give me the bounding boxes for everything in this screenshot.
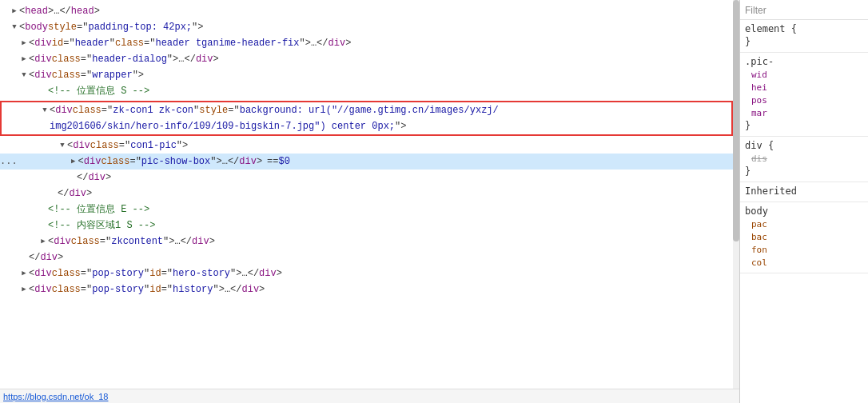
- style-prop-pos: pos: [745, 94, 863, 107]
- style-section-inherit: Inherited: [740, 182, 868, 202]
- dom-line-con1-pic[interactable]: <div class="con1-pic">: [0, 138, 739, 154]
- style-header-element: element {: [745, 23, 863, 34]
- dom-line-comment-e: <!-- 位置信息 E -->: [0, 202, 739, 217]
- dom-panel: <head>…</head> <body style="padding-top:…: [0, 0, 740, 403]
- triangle-pop-story-history[interactable]: [19, 282, 29, 297]
- style-section-body: body pac bac fon col: [740, 202, 868, 273]
- style-prop-fon: fon: [745, 244, 863, 257]
- dom-line-pic-show-box[interactable]: ... <div class="pic-show-box">…</div> ==…: [0, 154, 739, 170]
- triangle-zk-con1[interactable]: [40, 103, 50, 118]
- style-header-body: body: [745, 205, 863, 217]
- scrollbar-thumb[interactable]: [733, 0, 739, 241]
- style-prop-bac: bac: [745, 231, 863, 244]
- style-header-div: div {: [745, 140, 863, 151]
- triangle-zkcontent[interactable]: [38, 234, 48, 249]
- style-header-pic: .pic-: [745, 56, 863, 67]
- dom-line-zk-con1-cont: img201606/skin/hero-info/109/109-bigskin…: [2, 118, 731, 134]
- status-url[interactable]: https://blog.csdn.net/ok_18: [3, 392, 108, 401]
- dom-line-close-div: </div>: [0, 186, 739, 202]
- triangle-pop-story-hero[interactable]: [19, 266, 29, 281]
- triangle-header-dialog[interactable]: [19, 52, 29, 66]
- styles-panel: Filter element { } .pic- wid hei pos mar…: [740, 0, 868, 403]
- dom-line-pop-story-hero[interactable]: <div class="pop-story" id="hero-story">……: [0, 265, 739, 281]
- dom-line-head[interactable]: <head>…</head>: [0, 3, 739, 19]
- style-close-element: }: [745, 36, 863, 47]
- dom-line-comment-s: <!-- 位置信息 S -->: [0, 83, 739, 99]
- style-prop-wid: wid: [745, 69, 863, 82]
- style-section-pic: .pic- wid hei pos mar }: [740, 53, 868, 137]
- style-prop-hei: hei: [745, 82, 863, 94]
- dom-line-close-wrapper: </div>: [0, 249, 739, 265]
- filter-bar: Filter: [740, 3, 868, 20]
- style-prop-col: col: [745, 257, 863, 269]
- dom-line-pop-story-history[interactable]: <div class="pop-story" id="history">…</d…: [0, 281, 739, 297]
- style-close-pic: }: [745, 120, 863, 131]
- filter-label: Filter: [745, 5, 766, 16]
- dom-line-wrapper[interactable]: <div class="wrapper">: [0, 67, 739, 83]
- style-header-inherit: Inherited: [745, 186, 863, 197]
- dom-line-div-header[interactable]: <div id="header" class="header tganime-h…: [0, 35, 739, 51]
- triangle-pic-show-box[interactable]: [69, 154, 78, 169]
- dom-line-zk-con1[interactable]: <div class="zk-con1 zk-con" style="backg…: [2, 102, 731, 118]
- style-prop-dis: dis: [745, 153, 863, 166]
- triangle-head[interactable]: [10, 4, 19, 18]
- dom-line-close-con1-pic: </div>: [0, 170, 739, 186]
- triangle-wrapper[interactable]: [19, 68, 29, 82]
- dom-line-header-dialog[interactable]: <div class="header-dialog">…</div>: [0, 51, 739, 67]
- scrollbar[interactable]: [733, 0, 739, 403]
- triangle-body[interactable]: [10, 20, 19, 34]
- style-section-div: div { dis }: [740, 137, 868, 182]
- triangle-header[interactable]: [19, 36, 29, 50]
- highlighted-zk-con1: <div class="zk-con1 zk-con" style="backg…: [0, 101, 733, 136]
- style-prop-pac: pac: [745, 218, 863, 231]
- triangle-con1-pic[interactable]: [58, 138, 67, 153]
- dom-line-zkcontent[interactable]: <div class="zkcontent">…</div>: [0, 233, 739, 249]
- style-close-div: }: [745, 166, 863, 177]
- dom-line-body[interactable]: <body style="padding-top: 42px;">: [0, 19, 739, 35]
- style-prop-mar: mar: [745, 107, 863, 120]
- style-section-element: element { }: [740, 20, 868, 53]
- dom-line-comment-content-s: <!-- 内容区域1 S -->: [0, 217, 739, 233]
- status-bar: https://blog.csdn.net/ok_18: [0, 389, 739, 403]
